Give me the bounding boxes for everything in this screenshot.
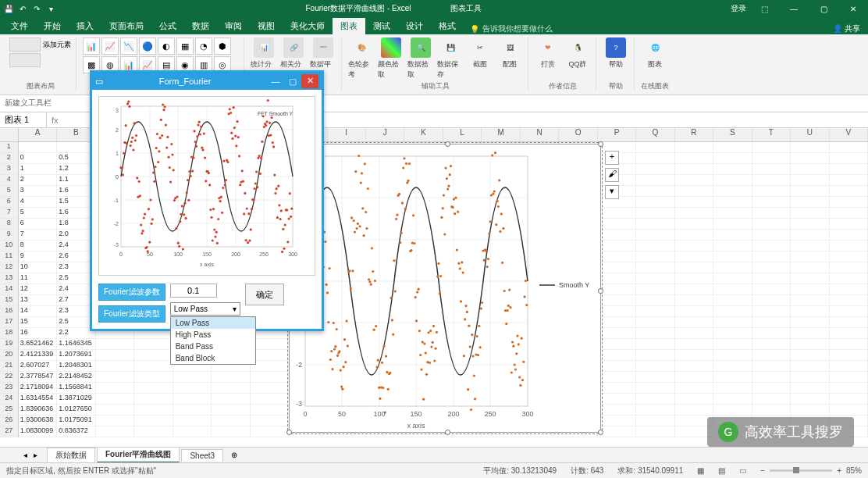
option-band-block[interactable]: Band Block xyxy=(171,352,255,364)
cell[interactable] xyxy=(713,339,752,350)
column-header[interactable]: L xyxy=(443,128,482,141)
tell-me[interactable]: 💡 告诉我你想要做什么 xyxy=(470,23,553,34)
cell[interactable] xyxy=(791,372,829,383)
cell[interactable] xyxy=(752,230,791,241)
cell[interactable]: 2 xyxy=(19,175,57,186)
cell[interactable] xyxy=(830,284,868,295)
cell[interactable] xyxy=(713,317,752,328)
redo-icon[interactable]: ↷ xyxy=(31,3,42,14)
cell[interactable] xyxy=(830,153,868,164)
cell[interactable] xyxy=(675,295,713,306)
tab-format[interactable]: 格式 xyxy=(431,18,464,34)
cell[interactable] xyxy=(598,208,636,219)
cell[interactable] xyxy=(752,164,791,175)
cell[interactable]: 1.2048301 xyxy=(57,361,95,372)
cell[interactable] xyxy=(675,153,713,164)
cell[interactable] xyxy=(713,208,752,219)
column-header[interactable]: S xyxy=(713,128,752,141)
cell[interactable] xyxy=(96,383,134,394)
cell[interactable] xyxy=(830,361,868,372)
cell[interactable] xyxy=(791,262,829,273)
cell[interactable] xyxy=(752,405,791,416)
cell[interactable] xyxy=(752,394,791,405)
quick-layout-btn[interactable] xyxy=(9,53,41,67)
maximize-icon[interactable]: ▢ xyxy=(812,5,835,13)
cell[interactable] xyxy=(791,186,829,197)
cell[interactable] xyxy=(791,251,829,262)
zoom-slider[interactable]: − + 85% xyxy=(760,466,862,475)
cell[interactable] xyxy=(636,241,674,251)
cell[interactable] xyxy=(173,416,212,426)
cell[interactable]: 11 xyxy=(19,273,57,284)
cell[interactable] xyxy=(675,241,713,251)
select-all-corner[interactable] xyxy=(0,128,19,141)
btn-fig[interactable]: 🖼配图 xyxy=(496,37,523,70)
cell[interactable] xyxy=(713,306,752,317)
cell[interactable] xyxy=(251,372,289,383)
row-header[interactable]: 11 xyxy=(0,251,19,262)
cell[interactable] xyxy=(752,208,791,219)
cell[interactable] xyxy=(713,164,752,175)
cell[interactable] xyxy=(752,361,791,372)
btn-donate[interactable]: ❤打赏 xyxy=(535,37,561,70)
sheet-tab[interactable]: Sheet3 xyxy=(181,449,223,462)
cell[interactable] xyxy=(212,405,250,416)
cell[interactable] xyxy=(598,241,636,251)
row-header[interactable]: 23 xyxy=(0,383,19,394)
ribbon-options-icon[interactable]: ⬚ xyxy=(752,5,776,13)
tab-home[interactable]: 开始 xyxy=(36,18,69,34)
cell[interactable] xyxy=(791,175,829,186)
cell[interactable] xyxy=(251,350,289,361)
cell[interactable] xyxy=(791,230,829,241)
cell[interactable] xyxy=(791,284,829,295)
cell[interactable] xyxy=(713,262,752,273)
row-header[interactable]: 17 xyxy=(0,317,19,328)
fourier-dialog[interactable]: ▭ Form_Fourier — ▢ ✕ xyxy=(90,70,324,331)
cell[interactable] xyxy=(675,197,713,208)
cell[interactable] xyxy=(713,241,752,251)
row-header[interactable]: 3 xyxy=(0,164,19,175)
sheet-nav-prev-icon[interactable]: ▸ xyxy=(34,451,37,459)
cell[interactable] xyxy=(752,339,791,350)
cell[interactable] xyxy=(791,197,829,208)
cell[interactable] xyxy=(791,208,829,219)
column-header[interactable]: P xyxy=(598,128,636,141)
cell[interactable]: 15 xyxy=(19,317,57,328)
cell[interactable] xyxy=(636,372,674,383)
cell[interactable] xyxy=(675,208,713,219)
cell[interactable] xyxy=(598,262,636,273)
cell[interactable]: 12 xyxy=(19,284,57,295)
cell[interactable] xyxy=(636,273,674,284)
cell[interactable] xyxy=(636,416,674,426)
fourier-param-button[interactable]: Fourier滤波参数 xyxy=(98,284,165,301)
view-layout-icon[interactable]: ▤ xyxy=(718,466,725,475)
row-header[interactable]: 8 xyxy=(0,219,19,230)
row-header[interactable]: 27 xyxy=(0,426,19,437)
embedded-chart[interactable]: 050100 150200250 300 321 0-1-2 -3 x axis… xyxy=(289,144,601,433)
cell[interactable] xyxy=(598,350,636,361)
cell[interactable] xyxy=(830,219,868,230)
btn-snap[interactable]: ✂截图 xyxy=(467,37,493,70)
cell[interactable] xyxy=(675,219,713,230)
cell[interactable] xyxy=(636,153,674,164)
cell[interactable]: 2.607027 xyxy=(19,361,57,372)
cell[interactable] xyxy=(636,328,674,339)
sheet-add-icon[interactable]: ⊕ xyxy=(225,449,244,461)
cell[interactable]: 10 xyxy=(19,262,57,273)
column-header[interactable]: K xyxy=(404,128,443,141)
cell[interactable] xyxy=(636,186,674,197)
row-header[interactable]: 25 xyxy=(0,405,19,416)
cell[interactable] xyxy=(96,350,134,361)
cell[interactable] xyxy=(636,350,674,361)
save-icon[interactable]: 💾 xyxy=(3,3,14,14)
cell[interactable] xyxy=(598,219,636,230)
column-header[interactable]: Q xyxy=(636,128,674,141)
column-header[interactable]: T xyxy=(752,128,791,141)
cell[interactable] xyxy=(598,416,636,426)
row-header[interactable]: 13 xyxy=(0,273,19,284)
cell[interactable]: 14 xyxy=(19,306,57,317)
row-header[interactable]: 21 xyxy=(0,361,19,372)
chart-type-icon[interactable]: 🔵 xyxy=(139,37,156,55)
cell[interactable] xyxy=(675,361,713,372)
row-header[interactable]: 6 xyxy=(0,197,19,208)
